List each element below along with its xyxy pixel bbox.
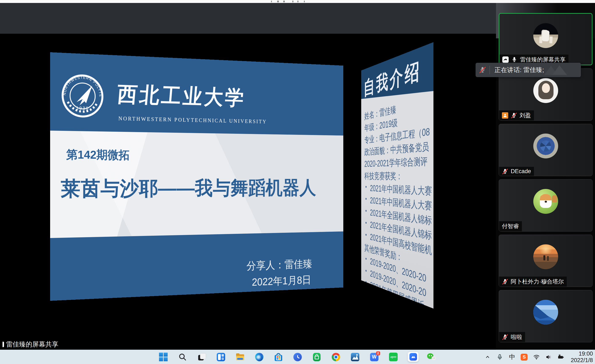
svg-text:NORTHWESTERN POLYTECHNICAL UNI: NORTHWESTERN POLYTECHNICAL UNIVERSITY — [61, 73, 103, 98]
taskbar-icons: W 2 iQIYI — [159, 352, 436, 362]
file-explorer-icon[interactable] — [235, 352, 245, 362]
avatar — [533, 134, 558, 158]
microsoft-store-icon[interactable] — [274, 352, 283, 362]
slide-title: 莱茵与沙耶——我与舞蹈机器人 — [61, 175, 316, 203]
participant-name: 雷佳臻的屏幕共享 — [520, 56, 566, 64]
task-view-icon[interactable] — [197, 352, 206, 362]
intro-line: 科技竞赛获奖： — [364, 170, 402, 183]
screen-share-status-text: 雷佳臻的屏幕共享 — [6, 340, 58, 349]
start-button[interactable] — [159, 352, 168, 362]
presentation-chrome-band — [0, 3, 496, 34]
university-name-en: NORTHWESTERN POLYTECHNICAL UNIVERSITY — [118, 115, 267, 125]
wifi-icon[interactable] — [533, 353, 540, 361]
tray-time: 19:00 — [579, 350, 593, 357]
ime-language-indicator[interactable]: 中 — [509, 353, 516, 361]
participant-name: 啦啦 — [511, 333, 522, 341]
widgets-icon[interactable] — [216, 352, 226, 362]
windows-taskbar: W 2 iQIYI 中 — [0, 350, 595, 364]
system-tray: 中 S 19:00 2022/1/8 — [484, 350, 593, 364]
avatar — [533, 78, 558, 103]
mic-muted-icon — [511, 112, 517, 119]
avatar — [533, 23, 558, 48]
paper-plane-icon — [77, 85, 92, 103]
avatar — [533, 189, 558, 214]
volume-icon[interactable] — [545, 353, 552, 361]
wechat-icon[interactable] — [427, 352, 436, 362]
iqiyi-icon[interactable]: iQIYI — [389, 352, 398, 362]
tray-chevron-up-icon[interactable] — [484, 353, 491, 361]
logo-ring-text: NORTHWESTERN POLYTECHNICAL UNIVERSITY — [61, 73, 103, 98]
tencent-meeting-icon-active[interactable] — [408, 352, 417, 362]
participant-tile[interactable]: 啦啦 — [499, 290, 593, 342]
wps-office-icon[interactable]: W 2 — [370, 352, 379, 362]
clock-app-icon[interactable] — [293, 352, 302, 362]
toast-divider — [489, 66, 490, 74]
member-badge-icon — [502, 112, 508, 119]
tray-date: 2022/1/8 — [571, 357, 593, 363]
chrome-browser-icon[interactable] — [331, 352, 340, 362]
battery-charging-icon[interactable] — [557, 353, 565, 361]
controlbar-fragment — [304, 1, 305, 2]
controlbar-fragment — [277, 1, 279, 2]
mic-muted-icon — [502, 334, 508, 340]
participant-label: 付智睿 — [499, 221, 522, 231]
slide-title-page: NORTHWESTERN POLYTECHNICAL UNIVERSITY 19… — [50, 52, 343, 301]
participant-name: 刘盈 — [520, 112, 531, 119]
sogou-input-icon[interactable]: S — [521, 353, 528, 361]
shared-screen-area: NORTHWESTERN POLYTECHNICAL UNIVERSITY 19… — [0, 3, 496, 350]
participant-tile[interactable]: 付智睿 — [499, 179, 593, 231]
mic-muted-icon — [502, 168, 508, 175]
search-icon[interactable] — [178, 352, 187, 362]
participant-label: DEcade — [499, 167, 534, 176]
controlbar-fragment — [298, 1, 298, 2]
avatar — [533, 244, 558, 269]
lecture-series-label: 第142期微拓 — [66, 147, 129, 163]
wps-badge: 2 — [376, 351, 380, 355]
photos-app-icon[interactable] — [350, 352, 360, 362]
participant-label: 刘盈 — [499, 110, 534, 121]
controlbar-fragment — [271, 1, 272, 2]
clipped-icon — [2, 342, 4, 347]
participant-label: 啦啦 — [499, 332, 525, 342]
controlbar-fragment — [283, 1, 285, 2]
participant-tile[interactable]: DEcade — [499, 124, 593, 176]
mic-muted-icon — [502, 278, 508, 285]
date-line: 2022年1月8日 — [252, 273, 311, 290]
npu-logo-seal: NORTHWESTERN POLYTECHNICAL UNIVERSITY 19… — [61, 73, 104, 119]
participant-tile[interactable]: 阿卜杜外力·穆合塔尔 — [499, 235, 593, 287]
meeting-watermark-logo — [542, 64, 572, 76]
edge-browser-icon[interactable] — [255, 352, 264, 362]
app-store-green-icon[interactable] — [312, 352, 321, 362]
screen-share-status-label: 雷佳臻的屏幕共享 — [0, 340, 62, 349]
participant-name: DEcade — [511, 168, 531, 175]
avatar — [533, 300, 558, 325]
mic-on-icon — [511, 57, 517, 63]
participant-name: 阿卜杜外力·穆合塔尔 — [511, 278, 564, 285]
meeting-window: NORTHWESTERN POLYTECHNICAL UNIVERSITY 19… — [0, 0, 595, 364]
logo-year: 1938 — [76, 106, 89, 111]
tray-clock[interactable]: 19:00 2022/1/8 — [569, 350, 593, 364]
participant-name: 付智睿 — [502, 222, 519, 230]
clipped-floating-controlbar — [0, 0, 595, 3]
slide-self-intro-page: 自我介绍 姓名：雷佳臻 年级：2019级 专业：电子信息工程（08 政治面貌：中… — [361, 42, 433, 309]
presenter-line: 分享人：雷佳臻 — [247, 257, 312, 273]
participants-sidebar[interactable]: 雷佳臻的屏幕共享 刘盈 DEcade — [496, 3, 595, 350]
controlbar-fragment — [292, 1, 293, 2]
mic-muted-icon — [479, 66, 486, 73]
speaking-toast-text: 正在讲话: 雷佳臻; — [495, 66, 544, 74]
tray-microphone-icon[interactable] — [496, 353, 503, 361]
participant-label: 阿卜杜外力·穆合塔尔 — [499, 277, 567, 287]
speaking-toast: 正在讲话: 雷佳臻; — [475, 63, 581, 77]
university-name-cn: 西北工业大学 — [116, 80, 247, 112]
participant-tile-sharer[interactable]: 雷佳臻的屏幕共享 — [499, 13, 593, 65]
screen-share-icon — [502, 57, 509, 63]
